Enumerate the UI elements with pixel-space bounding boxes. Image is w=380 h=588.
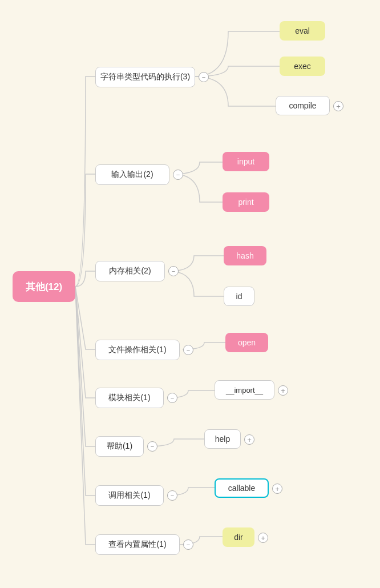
leaf-help-label: help <box>215 434 230 444</box>
leaf-open-label: open <box>238 338 256 347</box>
dir-plus-btn[interactable]: + <box>258 533 268 543</box>
cat7-collapse-btn[interactable]: − <box>167 490 177 501</box>
leaf-callable[interactable]: callable <box>215 478 269 498</box>
leaf-open[interactable]: open <box>225 333 268 352</box>
leaf-print[interactable]: print <box>223 192 269 212</box>
help-plus-btn[interactable]: + <box>244 434 254 445</box>
leaf-input[interactable]: input <box>223 152 269 171</box>
category-node-6[interactable]: 帮助(1) <box>95 436 144 457</box>
leaf-print-label: print <box>238 198 253 207</box>
cat5-label: 模块相关(1) <box>108 393 150 403</box>
cat4-collapse-btn[interactable]: − <box>183 345 193 355</box>
category-node-3[interactable]: 内存相关(2) <box>95 261 165 281</box>
leaf-dir[interactable]: dir <box>223 527 254 547</box>
import-plus-btn[interactable]: + <box>278 385 288 396</box>
category-node-1[interactable]: 字符串类型代码的执行(3) <box>95 67 195 87</box>
leaf-id[interactable]: id <box>224 287 254 306</box>
leaf-compile[interactable]: compile <box>276 96 330 115</box>
cat2-label: 输入输出(2) <box>111 170 153 180</box>
cat4-label: 文件操作相关(1) <box>108 345 166 355</box>
cat2-collapse-btn[interactable]: − <box>173 170 183 180</box>
leaf-compile-label: compile <box>289 101 316 110</box>
compile-plus-btn[interactable]: + <box>333 101 343 111</box>
leaf-help[interactable]: help <box>204 429 241 449</box>
leaf-id-label: id <box>236 292 242 301</box>
leaf-exec-label: exec <box>294 62 311 71</box>
root-node[interactable]: 其他(12) <box>13 271 75 302</box>
cat3-collapse-btn[interactable]: − <box>168 266 179 276</box>
cat1-label: 字符串类型代码的执行(3) <box>100 72 190 82</box>
leaf-eval[interactable]: eval <box>280 21 325 41</box>
cat6-collapse-btn[interactable]: − <box>147 441 157 452</box>
callable-plus-btn[interactable]: + <box>272 484 282 494</box>
category-node-5[interactable]: 模块相关(1) <box>95 388 164 408</box>
leaf-import[interactable]: __import__ <box>215 380 274 400</box>
cat1-collapse-btn[interactable]: − <box>199 72 209 82</box>
cat6-label: 帮助(1) <box>107 441 132 452</box>
category-node-8[interactable]: 查看内置属性(1) <box>95 534 180 555</box>
category-node-2[interactable]: 输入输出(2) <box>95 164 169 185</box>
cat8-label: 查看内置属性(1) <box>108 539 166 550</box>
category-node-7[interactable]: 调用相关(1) <box>95 485 164 506</box>
leaf-hash[interactable]: hash <box>224 246 266 265</box>
cat5-collapse-btn[interactable]: − <box>167 393 177 403</box>
leaf-eval-label: eval <box>295 26 310 35</box>
mindmap-container: 其他(12) 字符串类型代码的执行(3) − eval exec compile… <box>0 0 380 588</box>
leaf-dir-label: dir <box>234 533 243 542</box>
leaf-input-label: input <box>237 157 254 166</box>
leaf-import-label: __import__ <box>226 386 263 394</box>
leaf-callable-label: callable <box>228 484 255 493</box>
cat7-label: 调用相关(1) <box>108 490 150 501</box>
cat3-label: 内存相关(2) <box>109 266 151 276</box>
cat8-collapse-btn[interactable]: − <box>183 539 193 550</box>
leaf-hash-label: hash <box>236 251 253 260</box>
leaf-exec[interactable]: exec <box>280 57 325 76</box>
category-node-4[interactable]: 文件操作相关(1) <box>95 340 180 360</box>
